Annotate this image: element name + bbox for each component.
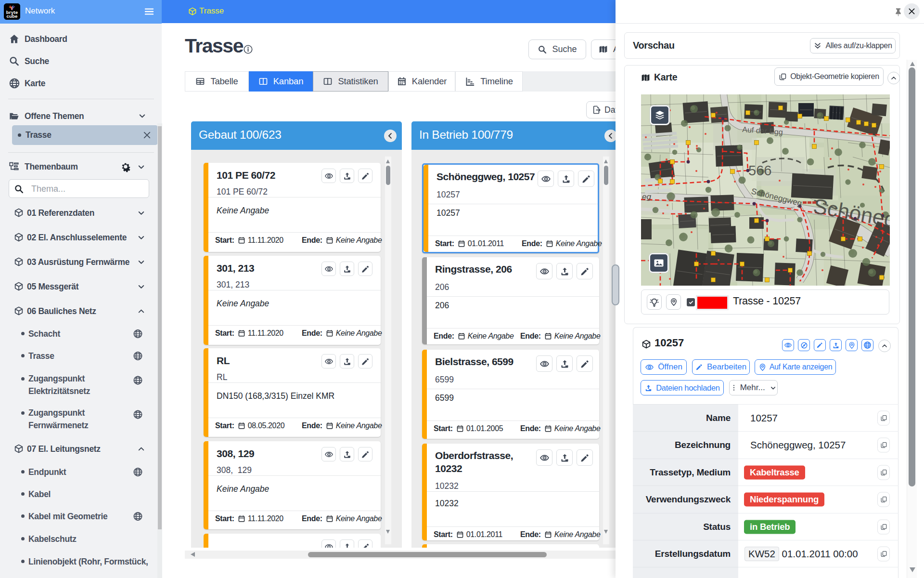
svg-text:eg: eg (642, 192, 651, 201)
svg-text:cube: cube (6, 13, 17, 19)
svg-text:566: 566 (748, 163, 771, 178)
